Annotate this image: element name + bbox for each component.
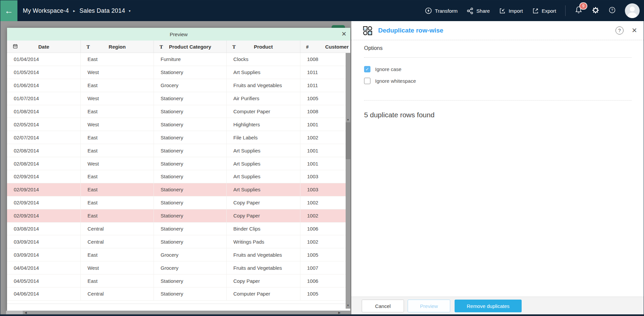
import-icon — [499, 7, 506, 14]
preview-close-icon[interactable]: × — [342, 29, 346, 39]
text-type-icon: T — [232, 44, 236, 50]
cell-product: File Labels — [227, 131, 300, 144]
cell-region: East — [81, 274, 154, 288]
table-row: 01/04/2014EastFurnitureClocks1008 — [7, 53, 350, 66]
column-header-customer[interactable]: # Customer — [300, 41, 350, 53]
preview-header: Preview × — [7, 28, 350, 41]
checkbox-ignore-whitespace[interactable]: Ignore whitespace — [364, 78, 416, 84]
cell-product: Clocks — [227, 53, 300, 66]
cell-region: East — [81, 144, 154, 157]
cell-customer: 1008 — [300, 53, 350, 66]
help-icon: ? — [608, 6, 616, 15]
transform-button[interactable]: Transform — [425, 7, 458, 14]
cell-region: Central — [81, 288, 154, 301]
cell-category: Stationery — [154, 235, 227, 248]
checkbox-icon[interactable]: ✓ — [364, 66, 370, 72]
transform-label: Transform — [435, 8, 458, 14]
notification-badge: 9 — [579, 2, 587, 10]
divider — [364, 57, 632, 58]
column-label: Region — [109, 44, 126, 50]
cell-product: Binder Clips — [227, 223, 300, 236]
table-header-row: Date T Region T Product Category T Produ… — [7, 41, 350, 53]
cell-category: Stationery — [154, 144, 227, 157]
table-row: 04/04/2014WestGroceryFruits and Vegetabl… — [7, 261, 350, 274]
cell-date: 01/04/2014 — [7, 53, 81, 66]
cell-date: 01/06/2014 — [7, 79, 81, 92]
column-header-date[interactable]: Date — [7, 41, 81, 53]
cell-product: Art Supplies — [227, 170, 300, 183]
preview-vertical-scrollbar[interactable]: ▲ ▼ — [346, 53, 350, 309]
cell-region: Central — [81, 235, 154, 248]
back-button[interactable]: ← — [0, 0, 17, 21]
cell-date: 04/05/2014 — [7, 274, 81, 288]
cell-region: West — [81, 92, 154, 105]
cell-product: Copy Paper — [227, 209, 300, 223]
cell-customer: 1007 — [300, 261, 350, 274]
dataset-caret-icon[interactable]: ▾ — [129, 9, 130, 13]
cell-category: Stationery — [154, 196, 227, 209]
table-row: 01/05/2014WestStationeryArt Supplies1011 — [7, 66, 350, 79]
import-button[interactable]: Import — [499, 7, 523, 14]
help-button[interactable]: ? — [608, 6, 616, 15]
cell-date: 02/09/2014 — [7, 209, 81, 223]
panel-help-icon[interactable]: ? — [616, 26, 624, 35]
cell-customer: 1003 — [300, 183, 350, 196]
cell-region: East — [81, 248, 154, 261]
cell-date: 02/09/2014 — [7, 183, 81, 196]
cell-date: 01/05/2014 — [7, 66, 81, 79]
cell-date: 01/08/2014 — [7, 105, 81, 118]
cell-category: Furniture — [154, 53, 227, 66]
cell-product: Air Purifiers — [227, 92, 300, 105]
text-type-icon: T — [160, 44, 163, 50]
table-row: 02/07/2014EastStationeryFile Labels1002 — [7, 131, 350, 144]
column-header-region[interactable]: T Region — [81, 41, 154, 53]
remove-duplicates-button[interactable]: Remove duplicates — [455, 300, 522, 312]
transform-icon — [425, 7, 432, 14]
cell-customer: 1003 — [300, 170, 350, 183]
cell-category: Stationery — [154, 131, 227, 144]
preview-button[interactable]: Preview — [408, 300, 450, 312]
cell-date: 02/07/2014 — [7, 131, 81, 144]
checkbox-ignore-case[interactable]: ✓ Ignore case — [364, 66, 401, 72]
column-header-product-category[interactable]: T Product Category — [154, 41, 227, 53]
table-row: 04/05/2014EastStationeryCopy Paper1006 — [7, 274, 350, 288]
scroll-up-icon[interactable]: ▲ — [346, 118, 350, 122]
import-label: Import — [509, 8, 523, 14]
cell-customer: 1008 — [300, 105, 350, 118]
duplicate-result-text: 5 duplicate rows found — [364, 111, 434, 119]
table-row: 02/05/2014WestStationeryHighlighters1001 — [7, 118, 350, 131]
cell-customer: 1001 — [300, 144, 350, 157]
cell-category: Stationery — [154, 92, 227, 105]
cell-customer: 1001 — [300, 118, 350, 131]
column-header-product[interactable]: T Product — [227, 41, 300, 53]
export-button[interactable]: Export — [532, 7, 556, 14]
scroll-down-icon[interactable]: ▼ — [346, 304, 350, 308]
user-avatar[interactable] — [625, 3, 640, 18]
column-label: Product Category — [169, 44, 211, 50]
panel-close-icon[interactable]: × — [632, 25, 637, 36]
cell-category: Grocery — [154, 248, 227, 261]
checkbox-icon[interactable] — [364, 78, 370, 84]
preview-title: Preview — [170, 31, 187, 37]
cell-region: East — [81, 196, 154, 209]
notifications-button[interactable]: 9 — [575, 6, 583, 16]
cell-region: West — [81, 66, 154, 79]
preview-horizontal-scroll-area[interactable] — [7, 304, 346, 311]
table-row: 03/09/2014CentralStationeryWritings Pads… — [7, 235, 350, 248]
cancel-button[interactable]: Cancel — [362, 300, 404, 312]
table-row-duplicate: 02/09/2014EastStationeryArt Supplies1003 — [7, 183, 350, 196]
cell-product: Computer Paper — [227, 105, 300, 118]
vertical-scroll-thumb[interactable] — [346, 122, 350, 159]
breadcrumb-dataset[interactable]: Sales Data 2014 — [79, 7, 125, 14]
cell-category: Stationery — [154, 170, 227, 183]
share-button[interactable]: Share — [467, 7, 490, 14]
text-type-icon: T — [86, 44, 90, 50]
settings-button[interactable] — [592, 6, 599, 15]
checkbox-label: Ignore case — [375, 66, 401, 72]
cell-region: East — [81, 79, 154, 92]
window-bottom-edge — [0, 314, 644, 316]
table-row: 01/06/2014EastGroceryFruits and Vegetabl… — [7, 79, 350, 92]
breadcrumb-workspace[interactable]: My Workspace-4 — [23, 7, 69, 14]
table-row: 02/09/2014EastStationeryCopy Paper1002 — [7, 196, 350, 209]
cell-region: East — [81, 170, 154, 183]
